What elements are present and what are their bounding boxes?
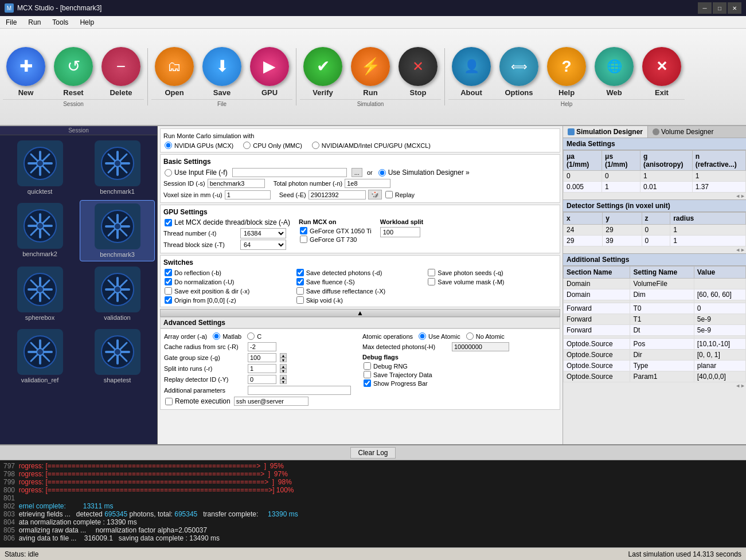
- gpu-button[interactable]: ▶ GPU: [247, 47, 292, 97]
- exit-button[interactable]: ✕ Exit: [639, 47, 685, 97]
- c-radio-label[interactable]: C: [246, 332, 261, 340]
- add-value-7[interactable]: [10,10,-10]: [694, 339, 745, 350]
- advanced-toggle[interactable]: ▲: [160, 309, 560, 317]
- switch-exit-pos[interactable]: Save exit position & dir (-x): [163, 287, 294, 295]
- remote-exec-checkbox[interactable]: [165, 398, 173, 405]
- det-r-1[interactable]: 1: [670, 236, 746, 246]
- media-us-0[interactable]: 0: [602, 171, 640, 182]
- help-button[interactable]: ? Help: [544, 47, 589, 97]
- titlebar-controls[interactable]: ─ □ ✕: [698, 2, 741, 14]
- reset-button[interactable]: ↺ Reset: [50, 47, 96, 97]
- run-button[interactable]: ⚡ Run: [347, 47, 393, 97]
- add-section-7[interactable]: Optode.Source: [564, 339, 630, 350]
- use-atomic-label[interactable]: Use Atomic: [417, 332, 460, 340]
- menu-file[interactable]: File: [0, 17, 22, 28]
- seed-refresh-button[interactable]: 🎲: [368, 190, 382, 199]
- input-file-field[interactable]: [232, 168, 347, 177]
- thread-number-select[interactable]: 16384: [240, 228, 286, 238]
- save-button[interactable]: ⬇ Save: [199, 47, 245, 97]
- session-item-quicktest[interactable]: quicktest: [2, 138, 77, 198]
- add-section-4[interactable]: Forward: [564, 314, 630, 325]
- clear-log-button[interactable]: Clear Log: [350, 447, 395, 459]
- add-section-5[interactable]: Forward: [564, 325, 630, 336]
- add-value-9[interactable]: planar: [694, 361, 745, 371]
- remote-exec-input[interactable]: [234, 397, 308, 406]
- replay-detector-input[interactable]: [248, 375, 276, 384]
- add-value-10[interactable]: [40,0,0,0]: [694, 371, 745, 382]
- cache-radius-input[interactable]: [248, 342, 276, 351]
- max-detected-input[interactable]: [452, 342, 509, 351]
- gate-group-input[interactable]: [248, 353, 276, 362]
- log-content[interactable]: 797 rogress: [==========================…: [0, 460, 746, 547]
- matlab-radio-label[interactable]: Matlab: [212, 332, 241, 340]
- session-item-validation[interactable]: validation: [80, 264, 155, 324]
- session-item-benchmark3[interactable]: benchmark3: [80, 200, 155, 261]
- menu-help[interactable]: Help: [74, 17, 100, 28]
- add-setting-7[interactable]: Pos: [630, 339, 694, 350]
- no-atomic-label[interactable]: No Atomic: [465, 332, 505, 340]
- gpu2-label[interactable]: GeForce GT 730: [299, 236, 372, 243]
- add-value-0[interactable]: [694, 279, 745, 289]
- switch-normalization[interactable]: Do normalization (-U): [163, 278, 294, 285]
- mode-cpu[interactable]: CPU Only (MMC): [242, 142, 302, 149]
- additional-params-input[interactable]: [248, 386, 351, 395]
- close-button[interactable]: ✕: [728, 2, 741, 14]
- add-value-1[interactable]: [60, 60, 60]: [694, 289, 745, 300]
- browse-button[interactable]: ...: [351, 168, 362, 177]
- add-section-9[interactable]: Optode.Source: [564, 361, 630, 371]
- media-g-0[interactable]: 1: [640, 171, 693, 182]
- use-input-file-radio[interactable]: [165, 169, 172, 177]
- add-setting-5[interactable]: Dt: [630, 325, 694, 336]
- session-item-shapetest[interactable]: shapetest: [80, 326, 155, 386]
- gate-down-btn[interactable]: ▼: [280, 358, 287, 362]
- show-progress-label[interactable]: Show Progress Bar: [362, 379, 509, 387]
- mode-mcxcl[interactable]: NVIDIA/AMD/Intel CPU/GPU (MCXCL): [311, 142, 431, 149]
- session-item-benchmark2[interactable]: benchmark2: [2, 200, 77, 261]
- media-ua-0[interactable]: 0: [564, 171, 602, 182]
- det-y-0[interactable]: 29: [603, 225, 642, 236]
- gate-up-btn[interactable]: ▲: [280, 353, 287, 358]
- replay-checkbox[interactable]: [385, 191, 393, 198]
- show-progress-checkbox[interactable]: [364, 379, 371, 387]
- switch-fluence[interactable]: Save fluence (-S): [295, 278, 425, 285]
- save-trajectory-label[interactable]: Save Trajectory Data: [362, 371, 509, 378]
- gpu1-label[interactable]: GeForce GTX 1050 Ti: [299, 227, 372, 234]
- media-g-1[interactable]: 0.01: [640, 182, 693, 193]
- tab-volume-designer[interactable]: Volume Designer: [648, 126, 718, 138]
- debug-rng-checkbox[interactable]: [364, 362, 371, 370]
- total-photon-input[interactable]: [345, 179, 390, 188]
- add-section-8[interactable]: Optode.Source: [564, 350, 630, 361]
- menu-tools[interactable]: Tools: [46, 17, 74, 28]
- tab-simulation-designer[interactable]: Simulation Designer: [563, 126, 648, 138]
- media-n-1[interactable]: 1.37: [692, 182, 745, 193]
- use-atomic-radio[interactable]: [419, 332, 426, 340]
- use-input-file-label[interactable]: Use Input File (-f): [163, 169, 228, 177]
- det-y-1[interactable]: 39: [603, 236, 642, 246]
- add-setting-3[interactable]: T0: [630, 303, 694, 314]
- use-sim-designer-label[interactable]: Use Simulation Designer »: [377, 169, 470, 177]
- maximize-button[interactable]: □: [713, 2, 727, 14]
- open-button[interactable]: 🗂 Open: [151, 47, 197, 97]
- det-z-1[interactable]: 0: [642, 236, 670, 246]
- mode-nvidia-radio[interactable]: [165, 142, 172, 149]
- add-section-10[interactable]: Optode.Source: [564, 371, 630, 382]
- workload-input[interactable]: [380, 227, 420, 237]
- add-section-3[interactable]: Forward: [564, 303, 630, 314]
- remote-exec-label[interactable]: Remote execution: [164, 397, 231, 405]
- mode-cpu-radio[interactable]: [243, 142, 251, 149]
- add-setting-9[interactable]: Type: [630, 361, 694, 371]
- media-us-1[interactable]: 1: [602, 182, 640, 193]
- thread-block-select[interactable]: 64: [240, 240, 286, 250]
- use-sim-designer-radio[interactable]: [378, 169, 386, 177]
- det-x-1[interactable]: 29: [564, 236, 603, 246]
- det-z-0[interactable]: 0: [642, 225, 670, 236]
- minimize-button[interactable]: ─: [698, 2, 712, 14]
- no-atomic-radio[interactable]: [466, 332, 474, 340]
- gpu2-checkbox[interactable]: [300, 236, 307, 243]
- media-ua-1[interactable]: 0.005: [564, 182, 602, 193]
- add-setting-0[interactable]: VolumeFile: [630, 279, 694, 289]
- switch-reflection[interactable]: Do reflection (-b): [163, 269, 294, 276]
- switch-skip-void[interactable]: Skip void (-k): [295, 296, 425, 304]
- voxel-size-input[interactable]: [225, 190, 271, 199]
- let-mcx-decide-label[interactable]: Let MCX decide thread/block size (-A): [163, 218, 290, 226]
